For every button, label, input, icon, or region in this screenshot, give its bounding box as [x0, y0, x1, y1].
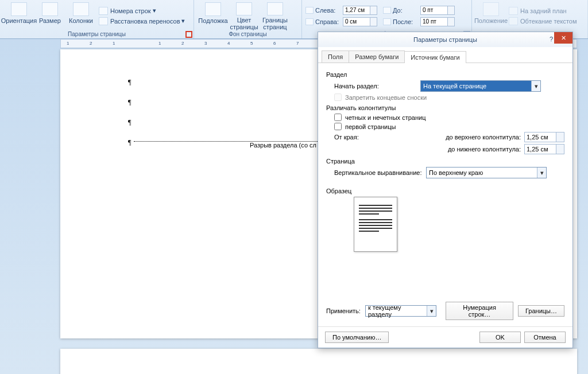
group-page-setup-label: Параметры страницы	[0, 30, 194, 38]
page-setup-launcher[interactable]	[185, 31, 192, 38]
indent-right-input[interactable]	[343, 17, 370, 26]
hyphenation-button[interactable]: Расстановка переносов▾	[99, 16, 185, 26]
preview-label: Образец	[326, 188, 564, 194]
vertical-align-combo[interactable]: По верхнему краю▾	[426, 167, 547, 178]
size-icon	[42, 2, 58, 16]
space-after-input[interactable]	[420, 17, 448, 26]
pilcrow-icon: ¶	[128, 78, 131, 87]
header-distance-input[interactable]	[524, 132, 556, 142]
tab-paper-size[interactable]: Размер бумаги	[349, 50, 405, 63]
tab-fields[interactable]: Поля	[322, 50, 349, 63]
stepper[interactable]	[370, 6, 377, 15]
pilcrow-icon: ¶	[128, 118, 131, 127]
headers-group-label: Различать колонтитулы	[326, 104, 564, 111]
section-break: Разрыв раздела (со сл	[134, 141, 318, 149]
watermark-icon	[205, 2, 221, 16]
position-icon	[483, 2, 499, 16]
borders-button[interactable]: Границы…	[518, 305, 564, 317]
line-numbers-button[interactable]: Нумерация строк…	[446, 302, 513, 320]
send-back-button[interactable]: На задний план	[509, 6, 577, 16]
hyphenation-icon	[99, 17, 108, 25]
document-page-2[interactable]: •→ ¶	[60, 349, 577, 374]
stepper[interactable]	[556, 132, 564, 142]
indent-left-input[interactable]	[343, 6, 370, 15]
line-numbers-icon	[99, 7, 108, 15]
page-borders-button[interactable]: Границы страниц	[260, 1, 291, 30]
start-section-combo[interactable]: На текущей странице▾	[420, 80, 541, 92]
columns-button[interactable]: Колонки	[65, 1, 96, 30]
footer-distance-input[interactable]	[524, 144, 556, 154]
dialog-title: Параметры страницы	[413, 36, 477, 43]
position-button[interactable]: Положение	[475, 1, 506, 30]
watermark-button[interactable]: Подложка	[198, 1, 229, 30]
columns-icon	[73, 2, 89, 16]
help-button[interactable]: ?	[550, 36, 553, 42]
first-page-checkbox[interactable]	[334, 123, 342, 130]
stepper[interactable]	[448, 17, 455, 26]
cancel-button[interactable]: Отмена	[524, 332, 566, 343]
dialog-titlebar[interactable]: Параметры страницы ? ✕	[318, 32, 572, 47]
orientation-icon	[11, 2, 27, 16]
stepper[interactable]	[370, 17, 377, 26]
stepper[interactable]	[448, 6, 455, 15]
page-group-label: Страница	[326, 158, 564, 165]
stepper[interactable]	[556, 144, 564, 154]
pilcrow-icon: ¶	[128, 138, 131, 147]
apply-to-combo[interactable]: к текущему разделу▾	[365, 305, 436, 317]
group-background-label: Фон страницы	[194, 30, 301, 38]
preview-thumbnail	[354, 197, 397, 252]
pilcrow-icon: ¶	[128, 98, 131, 107]
borders-icon	[267, 2, 283, 15]
ok-button[interactable]: OK	[479, 332, 521, 343]
size-button[interactable]: Размер	[34, 1, 65, 30]
default-button[interactable]: По умолчанию…	[325, 332, 389, 343]
space-before-input[interactable]	[420, 6, 448, 15]
orientation-button[interactable]: Ориентация	[3, 1, 34, 30]
close-button[interactable]: ✕	[554, 32, 572, 44]
page-color-icon	[236, 2, 252, 15]
page-color-button[interactable]: Цвет страницы	[229, 1, 260, 30]
wrap-text-button[interactable]: Обтекание текстом	[509, 16, 577, 26]
odd-even-checkbox[interactable]	[334, 114, 342, 121]
suppress-endnotes-checkbox	[334, 94, 342, 101]
section-group-label: Раздел	[326, 71, 564, 78]
line-numbers-button[interactable]: Номера строк▾	[99, 6, 185, 16]
dialog-tabs: Поля Размер бумаги Источник бумаги	[318, 47, 572, 63]
tab-paper-source[interactable]: Источник бумаги	[404, 51, 466, 63]
page-setup-dialog: Параметры страницы ? ✕ Поля Размер бумаг…	[318, 32, 573, 348]
